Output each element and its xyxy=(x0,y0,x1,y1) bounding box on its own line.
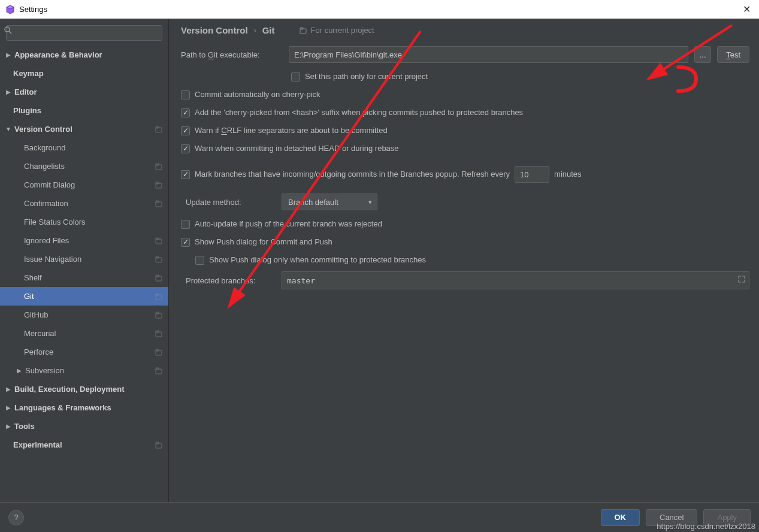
project-scope-icon xyxy=(154,126,164,133)
mark-branches-label-after: minutes xyxy=(554,168,582,181)
test-button[interactable]: Test xyxy=(717,46,749,63)
chevron-right-icon: ▶ xyxy=(2,52,14,58)
show-push-dialog-checkbox[interactable] xyxy=(181,238,190,247)
app-icon xyxy=(5,4,16,15)
warn-detached-checkbox[interactable] xyxy=(181,144,190,153)
sidebar-item-issue-navigation[interactable]: Issue Navigation xyxy=(0,250,168,268)
search-input[interactable] xyxy=(6,25,162,41)
sidebar-item-version-control[interactable]: ▼Version Control xyxy=(0,120,168,138)
search-icon xyxy=(4,26,12,34)
svg-point-2 xyxy=(5,27,10,32)
add-cherry-suffix-label: Add the 'cherry-picked from <hash>' suff… xyxy=(195,106,523,119)
warn-crlf-label: Warn if CRLF line separators are about t… xyxy=(195,124,388,137)
sidebar-item-label: Confirmation xyxy=(24,199,154,208)
cancel-button[interactable]: Cancel xyxy=(646,509,697,526)
sidebar-item-commit-dialog[interactable]: Commit Dialog xyxy=(0,176,168,194)
show-push-dialog-label: Show Push dialog for Commit and Push xyxy=(195,235,332,249)
sidebar-item-label: Subversion xyxy=(25,366,154,375)
sidebar-item-label: Appearance & Behavior xyxy=(14,50,164,59)
warn-detached-label: Warn when committing in detached HEAD or… xyxy=(195,142,399,155)
browse-button[interactable]: ... xyxy=(694,46,711,63)
update-method-label: Update method: xyxy=(186,198,276,207)
chevron-right-icon: ▶ xyxy=(2,89,14,95)
auto-update-push-checkbox[interactable] xyxy=(181,220,190,229)
breadcrumb: Version Control › Git For current projec… xyxy=(181,25,749,35)
project-scope-icon xyxy=(154,182,164,189)
breadcrumb-leaf: Git xyxy=(262,25,275,35)
sidebar-item-tools[interactable]: ▶Tools xyxy=(0,417,168,436)
git-path-input[interactable] xyxy=(289,46,688,63)
show-push-protected-checkbox[interactable] xyxy=(195,256,204,265)
apply-button[interactable]: Apply xyxy=(703,509,751,526)
project-scope-icon xyxy=(154,256,164,263)
sidebar-item-experimental[interactable]: Experimental xyxy=(0,436,168,454)
mark-branches-checkbox[interactable] xyxy=(181,170,190,179)
sidebar-item-git[interactable]: Git xyxy=(0,287,168,306)
sidebar-item-label: Background xyxy=(24,143,164,152)
sidebar-item-appearance-behavior[interactable]: ▶Appearance & Behavior xyxy=(0,46,168,64)
sidebar-item-build-execution-deployment[interactable]: ▶Build, Execution, Deployment xyxy=(0,380,168,398)
mark-branches-label-before: Mark branches that have incoming/outgoin… xyxy=(195,168,510,181)
ok-button[interactable]: OK xyxy=(601,509,640,526)
sidebar-item-background[interactable]: Background xyxy=(0,138,168,157)
help-button[interactable]: ? xyxy=(8,510,24,525)
sidebar-item-confirmation[interactable]: Confirmation xyxy=(0,194,168,213)
show-push-protected-label: Show Push dialog only when committing to… xyxy=(209,253,426,267)
update-method-select[interactable]: Branch default xyxy=(282,194,377,210)
chevron-right-icon: ▶ xyxy=(2,386,14,392)
sidebar-item-ignored-files[interactable]: Ignored Files xyxy=(0,231,168,250)
sidebar-item-label: Issue Navigation xyxy=(24,255,154,264)
project-scope-icon xyxy=(154,274,164,282)
sidebar-item-label: Commit Dialog xyxy=(24,180,154,189)
settings-content: Version Control › Git For current projec… xyxy=(169,19,759,502)
project-scope-icon xyxy=(154,367,164,374)
sidebar-item-label: Version Control xyxy=(14,125,154,134)
sidebar-item-label: Plugins xyxy=(13,106,164,115)
sidebar-item-perforce[interactable]: Perforce xyxy=(0,343,168,361)
chevron-right-icon: ▶ xyxy=(13,367,25,374)
auto-update-push-label: Auto-update if push of the current branc… xyxy=(195,217,382,231)
close-icon[interactable]: ✕ xyxy=(739,4,754,15)
project-scope-icon xyxy=(154,349,164,356)
set-path-project-label: Set this path only for current project xyxy=(305,70,428,83)
chevron-down-icon: ▼ xyxy=(2,126,14,132)
sidebar-item-keymap[interactable]: Keymap xyxy=(0,64,168,83)
scope-badge: For current project xyxy=(299,26,374,35)
sidebar-item-label: Perforce xyxy=(24,347,154,356)
sidebar-item-label: Experimental xyxy=(13,440,154,449)
project-scope-icon xyxy=(154,200,164,207)
set-path-project-checkbox[interactable] xyxy=(291,72,300,81)
sidebar-item-shelf[interactable]: Shelf xyxy=(0,268,168,287)
sidebar-item-changelists[interactable]: Changelists xyxy=(0,157,168,176)
protected-branches-input[interactable] xyxy=(282,271,749,289)
sidebar-item-label: Keymap xyxy=(13,69,164,78)
project-icon xyxy=(299,26,307,35)
scope-label: For current project xyxy=(311,26,374,35)
sidebar-item-label: Ignored Files xyxy=(24,236,154,245)
project-scope-icon xyxy=(154,237,164,244)
sidebar-item-subversion[interactable]: ▶Subversion xyxy=(0,361,168,380)
sidebar-item-editor[interactable]: ▶Editor xyxy=(0,83,168,101)
commit-auto-cherry-checkbox[interactable] xyxy=(181,90,190,99)
warn-crlf-checkbox[interactable] xyxy=(181,126,190,135)
refresh-interval-input[interactable] xyxy=(515,166,549,183)
sidebar-item-github[interactable]: GitHub xyxy=(0,306,168,324)
sidebar-item-mercurial[interactable]: Mercurial xyxy=(0,324,168,343)
update-method-value: Branch default xyxy=(288,198,338,207)
sidebar-item-plugins[interactable]: Plugins xyxy=(0,101,168,120)
path-label: Path to Git executable: xyxy=(181,50,283,59)
svg-line-3 xyxy=(9,31,11,34)
sidebar-item-label: Tools xyxy=(14,422,164,431)
dialog-footer: ? OK Cancel Apply xyxy=(0,502,759,532)
add-cherry-suffix-checkbox[interactable] xyxy=(181,108,190,117)
sidebar-item-languages-frameworks[interactable]: ▶Languages & Frameworks xyxy=(0,398,168,417)
chevron-right-icon: ▶ xyxy=(2,423,14,430)
breadcrumb-root[interactable]: Version Control xyxy=(181,25,248,35)
sidebar-item-file-status-colors[interactable]: File Status Colors xyxy=(0,213,168,231)
project-scope-icon xyxy=(154,442,164,449)
commit-auto-cherry-label: Commit automatically on cherry-pick xyxy=(195,88,320,101)
project-scope-icon xyxy=(154,293,164,300)
sidebar-item-label: Git xyxy=(24,292,154,301)
sidebar-item-label: Editor xyxy=(14,87,164,96)
expand-icon[interactable] xyxy=(737,275,746,285)
